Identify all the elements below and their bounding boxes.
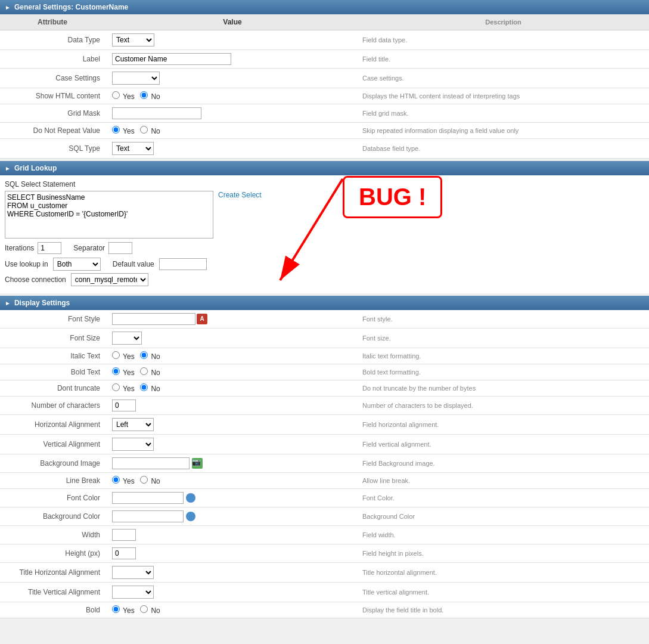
- v-align-select[interactable]: Top Middle Bottom: [112, 438, 154, 451]
- value-font-style: A: [107, 310, 358, 329]
- line-break-no-radio[interactable]: [140, 476, 148, 484]
- table-row: Width Field width.: [0, 526, 649, 544]
- bg-color-input[interactable]: [112, 510, 184, 522]
- bold-title-yes-radio[interactable]: [112, 605, 120, 613]
- table-row: Bold Yes No Display the field title in b…: [0, 602, 649, 618]
- show-html-yes-label[interactable]: Yes: [112, 92, 135, 101]
- bg-color-picker-icon[interactable]: [186, 512, 195, 521]
- image-picker-icon[interactable]: 📷: [192, 458, 203, 469]
- font-size-select[interactable]: 8910 111214 161824: [112, 332, 142, 345]
- label-font-size: Font Size: [0, 329, 107, 348]
- italic-yes-label[interactable]: Yes: [112, 352, 135, 361]
- value-bold-text: Yes No: [107, 364, 358, 380]
- table-row: Data Type Text Number Date Boolean Field…: [0, 30, 649, 50]
- do-not-repeat-yes-label[interactable]: Yes: [112, 127, 135, 135]
- use-lookup-select[interactable]: Both Grid Form: [53, 258, 101, 271]
- bg-image-input[interactable]: [112, 457, 190, 469]
- iter-sep-row: Iterations Separator: [5, 242, 644, 254]
- choose-connection-row: Choose connection conn_mysql_remote conn…: [5, 273, 644, 286]
- show-html-yes-radio[interactable]: [112, 91, 120, 99]
- separator-label: Separator: [73, 244, 105, 252]
- italic-no-label[interactable]: No: [140, 352, 160, 361]
- grid-mask-input[interactable]: [112, 107, 201, 119]
- title-h-align-select[interactable]: Left Center Right: [112, 566, 154, 579]
- label-sql-type: SQL Type: [0, 139, 107, 159]
- bold-title-yes-label[interactable]: Yes: [112, 606, 135, 615]
- do-not-repeat-no-label[interactable]: No: [140, 127, 160, 135]
- data-type-select[interactable]: Text Number Date Boolean: [112, 33, 154, 47]
- default-value-input[interactable]: [159, 258, 207, 270]
- sql-area-row: SELECT BusinessName FROM u_customer WHER…: [5, 191, 644, 239]
- italic-yes-radio[interactable]: [112, 351, 120, 359]
- desc-title-v-align: Title vertical alignment.: [358, 583, 649, 602]
- truncate-yes-label[interactable]: Yes: [112, 385, 135, 393]
- default-value-label: Default value: [113, 260, 154, 268]
- table-row: Italic Text Yes No Italic text formattin…: [0, 348, 649, 364]
- desc-grid-mask: Field grid mask.: [358, 104, 649, 123]
- show-html-no-radio[interactable]: [140, 91, 148, 99]
- font-color-picker-icon[interactable]: [186, 493, 195, 503]
- height-input[interactable]: [112, 547, 136, 559]
- value-dont-truncate: Yes No: [107, 380, 358, 397]
- desc-bg-image: Field Background image.: [358, 454, 649, 473]
- display-settings-table: Font Style A Font style. Font Size 8910 …: [0, 310, 649, 618]
- label-show-html: Show HTML content: [0, 88, 107, 104]
- value-title-h-align: Left Center Right: [107, 563, 358, 583]
- line-break-no-label[interactable]: No: [140, 477, 160, 485]
- value-do-not-repeat: Yes No: [107, 123, 358, 139]
- label-font-color: Font Color: [0, 489, 107, 507]
- sql-textarea[interactable]: SELECT BusinessName FROM u_customer WHER…: [5, 191, 213, 239]
- num-chars-input[interactable]: [112, 400, 136, 411]
- line-break-yes-radio[interactable]: [112, 476, 120, 484]
- case-settings-select[interactable]: Upper Lower Title: [112, 72, 160, 85]
- bold-yes-label[interactable]: Yes: [112, 369, 135, 377]
- bold-title-no-label[interactable]: No: [140, 606, 160, 615]
- truncate-no-radio[interactable]: [140, 383, 148, 391]
- label-do-not-repeat: Do Not Repeat Value: [0, 123, 107, 139]
- do-not-repeat-no-radio[interactable]: [140, 126, 148, 134]
- italic-no-radio[interactable]: [140, 351, 148, 359]
- value-num-chars: [107, 397, 358, 415]
- general-settings-section: ► General Settings: CustomerName Attribu…: [0, 0, 649, 159]
- value-sql-type: Text Integer Float Date: [107, 139, 358, 159]
- table-row: SQL Type Text Integer Float Date Databas…: [0, 139, 649, 159]
- value-italic-text: Yes No: [107, 348, 358, 364]
- label-grid-mask: Grid Mask: [0, 104, 107, 123]
- table-row: Background Image 📷 Field Background imag…: [0, 454, 649, 473]
- use-lookup-row: Use lookup in Both Grid Form Default val…: [5, 258, 644, 271]
- label-input[interactable]: [112, 53, 231, 65]
- desc-label: Field title.: [358, 50, 649, 69]
- value-title-v-align: Top Middle Bottom: [107, 583, 358, 602]
- bold-no-radio[interactable]: [140, 367, 148, 375]
- general-settings-table: Attribute Value Description Data Type Te…: [0, 14, 649, 159]
- show-html-no-label[interactable]: No: [140, 92, 160, 101]
- width-input[interactable]: [112, 529, 136, 541]
- bold-yes-radio[interactable]: [112, 367, 120, 375]
- line-break-yes-label[interactable]: Yes: [112, 477, 135, 485]
- desc-bold: Display the field title in bold.: [358, 602, 649, 618]
- sql-type-select[interactable]: Text Integer Float Date: [112, 142, 154, 155]
- section-arrow-icon-3: ►: [5, 300, 11, 306]
- bold-no-label[interactable]: No: [140, 369, 160, 377]
- table-row: Title Vertical Alignment Top Middle Bott…: [0, 583, 649, 602]
- truncate-no-label[interactable]: No: [140, 385, 160, 393]
- font-style-input[interactable]: [112, 313, 195, 325]
- desc-v-align: Field vertical alignment.: [358, 435, 649, 454]
- separator-input[interactable]: [108, 242, 132, 254]
- bold-title-no-radio[interactable]: [140, 605, 148, 613]
- iterations-label: Iterations: [5, 244, 34, 252]
- iterations-input[interactable]: [38, 242, 61, 254]
- value-bold: Yes No: [107, 602, 358, 618]
- label-italic-text: Italic Text: [0, 348, 107, 364]
- do-not-repeat-yes-radio[interactable]: [112, 126, 120, 134]
- title-v-align-select[interactable]: Top Middle Bottom: [112, 586, 154, 599]
- connection-select[interactable]: conn_mysql_remote conn_local: [71, 273, 148, 286]
- h-align-select[interactable]: Left Center Right Justify: [112, 418, 154, 431]
- font-color-input[interactable]: [112, 492, 184, 504]
- truncate-yes-radio[interactable]: [112, 383, 120, 391]
- table-row: Background Color Background Color: [0, 507, 649, 526]
- label-h-align: Horizontal Alignment: [0, 415, 107, 435]
- create-select-link[interactable]: Create Select: [218, 191, 262, 199]
- font-picker-icon[interactable]: A: [197, 314, 207, 324]
- grid-lookup-inner: SQL Select Statement SELECT BusinessName…: [0, 175, 649, 293]
